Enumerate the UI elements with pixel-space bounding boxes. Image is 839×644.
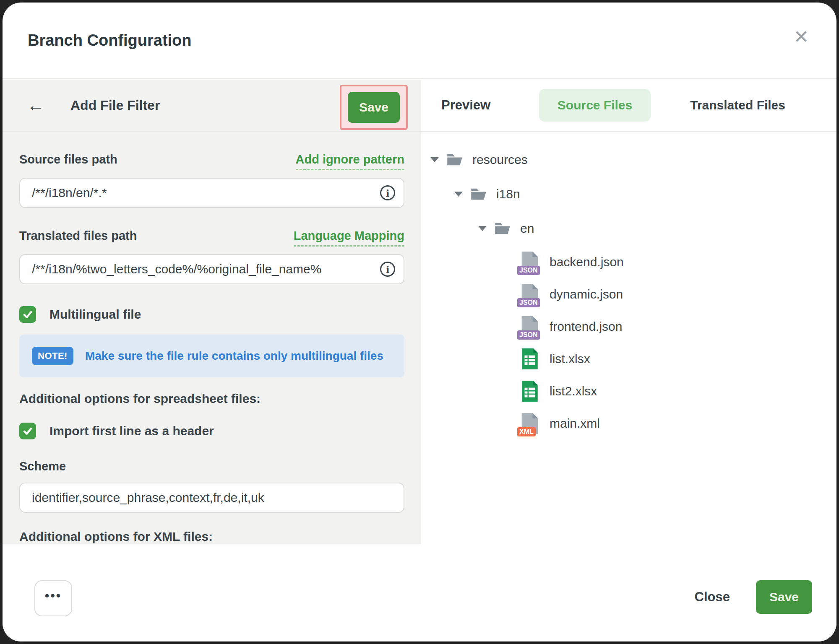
close-icon[interactable]: ✕: [788, 23, 815, 50]
source-files-path-input[interactable]: [19, 178, 404, 208]
json-file-icon: JSON: [521, 252, 539, 273]
tree-folder-row[interactable]: en: [421, 211, 836, 246]
tree-file-row[interactable]: JSON backend.json: [421, 246, 836, 278]
tree-folder-label: en: [520, 221, 534, 236]
xml-options-heading: Additional options for XML files:: [19, 530, 404, 544]
back-arrow-icon[interactable]: ←: [27, 96, 44, 114]
tree-file-row[interactable]: XML main.xml: [421, 407, 836, 439]
tree-folder-row[interactable]: i18n: [421, 177, 836, 211]
note-banner: NOTE! Make sure the file rule contains o…: [19, 335, 404, 377]
scheme-label: Scheme: [19, 460, 404, 473]
xlsx-file-icon: [521, 348, 539, 369]
filter-subheader: ← Add File Filter Save: [3, 80, 421, 132]
caret-down-icon[interactable]: [430, 157, 439, 162]
tree-folder-label: i18n: [496, 187, 520, 201]
preview-tabs: Source Files Translated Files: [539, 89, 804, 122]
branch-configuration-modal: Branch Configuration ✕ ← Add File Filter…: [3, 3, 836, 641]
xml-file-icon: XML: [521, 413, 539, 434]
folder-icon: [470, 187, 487, 201]
json-file-icon: JSON: [521, 316, 539, 337]
tree-file-label: list.xlsx: [550, 352, 590, 366]
add-ignore-pattern-link[interactable]: Add ignore pattern: [296, 153, 404, 170]
more-options-icon[interactable]: •••: [34, 580, 72, 616]
import-first-line-checkbox-row[interactable]: Import first line as a header: [19, 423, 404, 439]
caret-down-icon[interactable]: [478, 226, 487, 231]
save-button-highlight: Save: [340, 85, 408, 130]
scheme-input[interactable]: [19, 483, 404, 513]
tree-file-row[interactable]: list.xlsx: [421, 343, 836, 375]
note-text: Make sure the file rule contains only mu…: [85, 349, 383, 363]
json-file-icon: JSON: [521, 284, 539, 305]
xlsx-file-icon: [521, 381, 539, 402]
close-button[interactable]: Close: [695, 589, 730, 605]
file-type-badge: JSON: [517, 298, 540, 307]
filter-panel: ← Add File Filter Save Source files path…: [3, 80, 421, 544]
tree-file-row[interactable]: JSON dynamic.json: [421, 278, 836, 310]
language-mapping-link[interactable]: Language Mapping: [294, 229, 404, 247]
translated-files-path-label: Translated files path: [19, 229, 137, 243]
spreadsheet-options-heading: Additional options for spreadsheet files…: [19, 392, 404, 406]
file-type-badge: XML: [517, 427, 536, 436]
tree-file-row[interactable]: list2.xlsx: [421, 375, 836, 407]
save-button[interactable]: Save: [756, 580, 812, 614]
info-icon[interactable]: i: [380, 262, 395, 277]
save-filter-button[interactable]: Save: [348, 92, 400, 123]
folder-icon: [446, 153, 463, 167]
caret-down-icon[interactable]: [454, 192, 463, 197]
tab-translated-files[interactable]: Translated Files: [672, 89, 804, 122]
modal-header: Branch Configuration ✕: [3, 3, 836, 79]
tree-file-label: backend.json: [550, 255, 624, 269]
file-tree: resources i18n en JSON backend.json: [421, 132, 836, 439]
tree-file-label: frontend.json: [550, 319, 622, 334]
file-type-badge: JSON: [517, 266, 540, 275]
modal-footer: ••• Close Save: [3, 544, 836, 641]
tree-file-row[interactable]: JSON frontend.json: [421, 310, 836, 343]
note-badge: NOTE!: [32, 347, 73, 365]
source-files-path-label: Source files path: [19, 153, 117, 166]
multilingual-file-label: Multilingual file: [50, 307, 141, 322]
multilingual-file-checkbox-row[interactable]: Multilingual file: [19, 306, 404, 323]
checkbox-checked-icon[interactable]: [19, 423, 36, 439]
folder-icon: [494, 221, 511, 236]
translated-files-path-input[interactable]: [19, 254, 404, 284]
filter-form: Source files path Add ignore pattern i T…: [3, 153, 421, 544]
file-type-badge: JSON: [517, 330, 540, 340]
tree-file-label: list2.xlsx: [550, 384, 597, 398]
tab-source-files[interactable]: Source Files: [539, 89, 651, 122]
tree-folder-label: resources: [472, 153, 528, 167]
tree-file-label: main.xml: [550, 416, 600, 431]
filter-title: Add File Filter: [70, 98, 160, 113]
tree-file-label: dynamic.json: [550, 287, 623, 301]
tree-folder-row[interactable]: resources: [421, 143, 836, 177]
preview-title: Preview: [441, 98, 490, 113]
preview-header: Preview Source Files Translated Files: [421, 80, 836, 132]
checkbox-checked-icon[interactable]: [19, 306, 36, 323]
import-first-line-label: Import first line as a header: [50, 424, 214, 438]
modal-title: Branch Configuration: [28, 31, 192, 49]
info-icon[interactable]: i: [380, 185, 395, 200]
